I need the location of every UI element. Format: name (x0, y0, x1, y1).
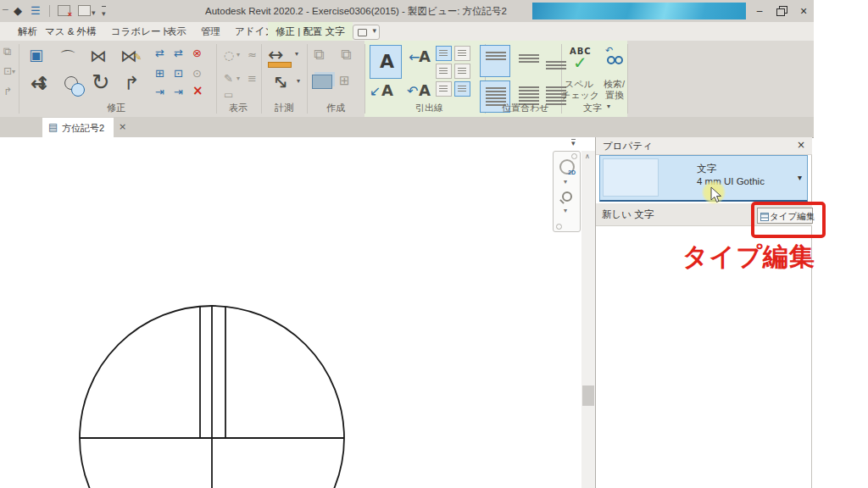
clipboard-icon[interactable]: ⊡ (3, 66, 12, 76)
leader-top-right-button[interactable] (454, 46, 470, 61)
copy-icon-second (71, 83, 85, 97)
pin-icon[interactable]: ⊙ (192, 68, 202, 79)
show-lines-icon[interactable]: ≡ (248, 73, 257, 84)
show-wave-icon[interactable]: ≈ (248, 49, 257, 60)
panel-label-leader: 引出線 (415, 102, 443, 114)
split-element-icon[interactable]: ⇄ (155, 47, 164, 58)
qat-worksets-icon[interactable]: ☰ (31, 4, 41, 18)
align-middle-icon[interactable] (519, 54, 539, 63)
type-selector-caret-icon[interactable]: ▾ (798, 174, 802, 182)
text-panel-caret-icon[interactable]: ▾ (607, 103, 610, 110)
hidden-caret-icon[interactable]: ▾ (236, 52, 240, 58)
qat-overflow-left-icon[interactable]: – (3, 3, 8, 16)
vertical-scrollbar[interactable]: ∧ (581, 151, 595, 488)
infocenter-search-area[interactable] (532, 3, 746, 19)
qat-switch-caret-icon[interactable]: ▾ (92, 6, 96, 19)
curved-leader-A-icon: A (419, 83, 431, 98)
find-replace-button[interactable]: ↶ (604, 46, 634, 76)
qat-pointer-icon[interactable]: ◆ (14, 4, 22, 18)
leader-mid-left-button[interactable] (436, 64, 452, 79)
load-family-icon[interactable] (312, 75, 332, 89)
measure-along-icon[interactable]: ↔ (269, 70, 293, 95)
minimize-button[interactable]: – (749, 3, 770, 19)
measure-along-caret-icon[interactable]: ▾ (297, 78, 300, 85)
leader-bottom-right-button-active[interactable] (454, 81, 470, 97)
find-replace-label-line2: 置換 (605, 89, 624, 102)
align-top-icon (486, 52, 506, 60)
create-assembly-icon[interactable]: ⊞ (339, 75, 350, 87)
tab-view[interactable]: 表示 (159, 22, 194, 41)
one-segment-leader-A-icon: A (419, 49, 431, 64)
create-similar-icon[interactable]: ⧉ (341, 47, 351, 62)
trim-extend-icon[interactable]: ⇥ (155, 86, 164, 97)
coping-icon[interactable]: ⌒ (59, 49, 76, 66)
close-button[interactable]: × (793, 3, 814, 19)
align-top-button-active[interactable] (480, 45, 510, 77)
qat-switch-windows-icon[interactable] (78, 5, 91, 16)
type-category-label: 文字 (697, 163, 716, 175)
leader-mid-right-button[interactable] (454, 64, 470, 79)
drawing-area[interactable]: ▾ 2D ▾ ▾ ∧ (0, 137, 595, 488)
qat-close-hidden-icon[interactable]: × (58, 5, 70, 16)
scrollbar-thumb[interactable] (582, 385, 594, 406)
view-tab-label: 方位記号2 (62, 122, 104, 135)
linework-caret-icon[interactable]: ▾ (236, 75, 240, 82)
revit-application-window: – ◆ ☰ × ▾ ▾ Autodesk Revit 2020.2 - Exer… (0, 0, 868, 488)
wheel-caret-icon[interactable]: ▾ (564, 179, 567, 186)
zoom-caret-icon[interactable]: ▾ (564, 208, 567, 214)
rotate-icon[interactable]: ↻ (92, 71, 110, 93)
properties-close-icon[interactable]: × (797, 140, 805, 150)
restore-button[interactable] (771, 3, 792, 19)
tab-modify-place-text-active[interactable]: 修正 | 配置 文字 (268, 22, 353, 41)
split-with-gap-icon[interactable]: ⇄ (174, 47, 183, 58)
ribbon-tab-bar: 解析 マス & 外構 コラボレート 表示 管理 アドイン 修正 | 配置 文字 … (0, 22, 814, 41)
unpin-icon[interactable]: ⊗ (192, 47, 202, 58)
show-box-icon[interactable]: ▭ (224, 90, 233, 100)
measure-caret-icon[interactable]: ▾ (295, 51, 298, 58)
offset-icon[interactable]: ↱ (124, 75, 139, 93)
leader-bottom-left-button[interactable] (436, 81, 452, 97)
linework-icon[interactable]: ✎ (224, 73, 233, 84)
paste-icon[interactable]: ⧉ (3, 46, 11, 57)
panel-separator (19, 44, 19, 114)
navigation-bar[interactable]: 2D ▾ ▾ (553, 151, 581, 232)
scale-icon[interactable]: ⊡ (174, 68, 183, 79)
qat-separator (49, 5, 50, 17)
ribbon-display-options-button[interactable]: ▾ (353, 25, 380, 40)
no-leader-button-active[interactable]: A (370, 45, 402, 79)
panel-separator (216, 44, 217, 114)
array-icon[interactable]: ⊞ (155, 68, 164, 79)
clipboard-caret-icon[interactable]: ▾ (12, 69, 15, 75)
match-properties-icon[interactable]: ▣ (29, 47, 43, 63)
panel-label-text: 文字 (583, 102, 602, 114)
view-tab-active[interactable]: ▤ 方位記号2 (42, 118, 114, 137)
join-geometry-icon[interactable]: ↱ (3, 86, 12, 97)
leader-top-left-button-active[interactable] (436, 46, 452, 61)
view-tab-close-icon[interactable]: × (119, 122, 126, 131)
curved-leader-arrow-icon[interactable]: ↶ (407, 85, 418, 98)
hidden-elements-icon[interactable]: ◌ (224, 49, 234, 61)
align-bottom-icon[interactable] (546, 61, 566, 69)
two-segment-leader-arrow-icon[interactable]: ↙ (370, 85, 381, 98)
collapse-panel-icon[interactable]: ▾ (571, 139, 576, 147)
trim-multiple-icon[interactable]: ⇥ (174, 86, 183, 97)
check-icon: ✓ (573, 54, 587, 71)
spell-check-button[interactable]: ABC ✓ (566, 46, 598, 76)
navbar-dot-bottom-icon (556, 224, 562, 230)
scroll-up-icon[interactable]: ∧ (585, 153, 590, 160)
zoom-icon[interactable] (562, 191, 572, 202)
panel-label-show: 表示 (229, 102, 248, 114)
panel-separator (364, 44, 365, 114)
properties-title: プロパティ (603, 140, 653, 152)
panel-separator (261, 44, 262, 114)
delete-icon[interactable]: × (192, 85, 203, 97)
create-group-icon[interactable]: ⧉ (314, 47, 324, 62)
red-annotation-text: タイプ編集 (653, 240, 815, 274)
tab-massing[interactable]: マス & 外構 (37, 22, 104, 41)
mirror-axis-icon[interactable]: ⋈ (90, 47, 107, 64)
qat-customize-icon[interactable]: ▾ (102, 6, 106, 20)
two-segment-leader-A-icon: A (381, 83, 393, 98)
spell-check-label-line2: チェック (561, 89, 599, 102)
view-tab-bar: ▤ 方位記号2 × (0, 117, 814, 138)
tab-manage[interactable]: 管理 (193, 22, 228, 41)
